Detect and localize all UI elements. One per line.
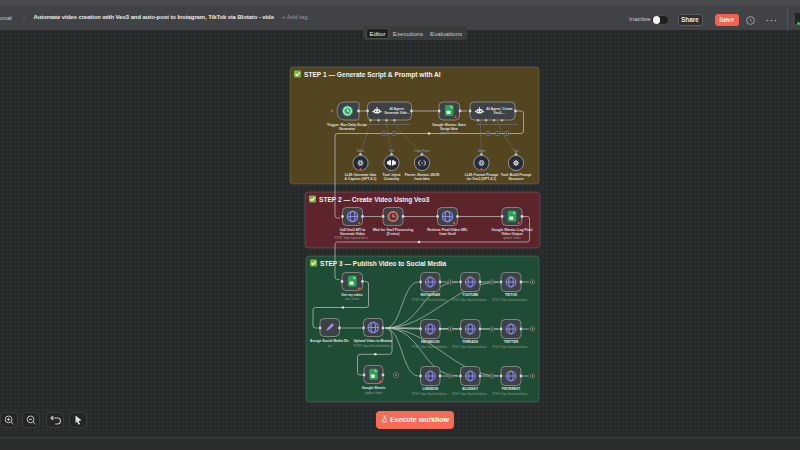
svg-text:PINTEREST: PINTEREST: [502, 387, 521, 391]
svg-text:next: sheet: next: sheet: [345, 297, 359, 301]
svg-text:Assign Social Media IDs: Assign Social Media IDs: [310, 339, 349, 343]
svg-text:THREADS: THREADS: [462, 340, 479, 344]
svg-text:from Veo3: from Veo3: [439, 232, 456, 236]
svg-text:POST: https://backend.blotat..: POST: https://backend.blotat...: [412, 345, 449, 349]
svg-text:POST: https://queue.fal.ru...: POST: https://queue.fal.ru...: [335, 236, 371, 240]
svg-text:TWITTER: TWITTER: [504, 340, 519, 344]
svg-text:STEP 1 — Generate Script & Pro: STEP 1 — Generate Script & Prompt with A…: [304, 71, 441, 79]
svg-text:Generate Vide...: Generate Vide...: [384, 111, 410, 115]
svg-text:AI Agent:: AI Agent:: [390, 107, 405, 111]
svg-text:set: set: [328, 344, 332, 348]
svg-text:STEP 3 — Publish Video to Soci: STEP 3 — Publish Video to Social Media: [320, 260, 446, 267]
svg-text:from Idea: from Idea: [414, 177, 429, 181]
svg-text:Veo3-...: Veo3-...: [494, 111, 506, 115]
svg-text:append: sheet: append: sheet: [440, 131, 459, 135]
svg-text:POST: https://backend.blotat..: POST: https://backend.blotat...: [452, 345, 489, 349]
svg-text:POST: https://backend.blotat..: POST: https://backend.blotat...: [493, 298, 530, 302]
svg-text:Script Idea: Script Idea: [440, 127, 457, 131]
svg-text:INSTAGRAM: INSTAGRAM: [420, 293, 440, 297]
svg-text:POST: https://backend.blotat..: POST: https://backend.blotat...: [493, 345, 530, 349]
svg-text:LINKEDIN: LINKEDIN: [422, 387, 438, 391]
svg-text:STEP 2 — Create Video Using Ve: STEP 2 — Create Video Using Veo3: [319, 196, 430, 204]
svg-text:Creativity: Creativity: [384, 177, 400, 181]
svg-text:Chat Model* Memory Tool Out: Chat Model* Memory Tool Output Parser: [477, 123, 519, 125]
svg-text:(5 mins): (5 mins): [387, 232, 400, 236]
svg-text:& Caption (GPT-4.1): & Caption (GPT-4.1): [345, 177, 377, 181]
svg-text:FACEBOOK: FACEBOOK: [421, 340, 440, 344]
svg-text:Google Sheets: Google Sheets: [362, 386, 386, 390]
svg-text:BLUESKY: BLUESKY: [462, 387, 479, 391]
svg-text:POST: https://backend.blotat..: POST: https://backend.blotat...: [452, 298, 489, 302]
svg-text:POST: https://backend.blotat..: POST: https://backend.blotat...: [412, 298, 449, 302]
svg-text:POST: https://backend.blotat..: POST: https://backend.blotat...: [493, 392, 530, 396]
svg-text:update: sheet: update: sheet: [503, 236, 521, 240]
svg-text:Upload Video to Blotato: Upload Video to Blotato: [354, 339, 392, 343]
svg-text:Tool: Tool: [389, 149, 394, 153]
svg-text:POST: https://backend.blotat..: POST: https://backend.blotat...: [353, 344, 392, 348]
svg-text:Model: Model: [478, 149, 485, 153]
svg-text:for Veo3 (GPT-4.1): for Veo3 (GPT-4.1): [467, 177, 496, 181]
svg-text:Model: Model: [357, 149, 364, 153]
svg-text:Chat Model* Memory Tool Out: Chat Model* Memory Tool Output Parser: [369, 123, 411, 125]
svg-text:TIKTOK: TIKTOK: [505, 293, 518, 297]
svg-text:POST: https://backend.blotat..: POST: https://backend.blotat...: [452, 392, 489, 396]
svg-text:AI Agent: Create: AI Agent: Create: [486, 107, 513, 111]
svg-text:Tool: Tool: [514, 149, 519, 153]
svg-text:Generator: Generator: [339, 127, 356, 131]
svg-text:Get my video: Get my video: [341, 293, 362, 297]
svg-text:update: sheet: update: sheet: [365, 391, 383, 395]
svg-text:POST: https://backend.blotat..: POST: https://backend.blotat...: [412, 392, 449, 396]
svg-text:Structure: Structure: [508, 177, 523, 181]
svg-text:YOUTUBE: YOUTUBE: [462, 293, 479, 297]
svg-text:Output Parser: Output Parser: [414, 149, 430, 153]
